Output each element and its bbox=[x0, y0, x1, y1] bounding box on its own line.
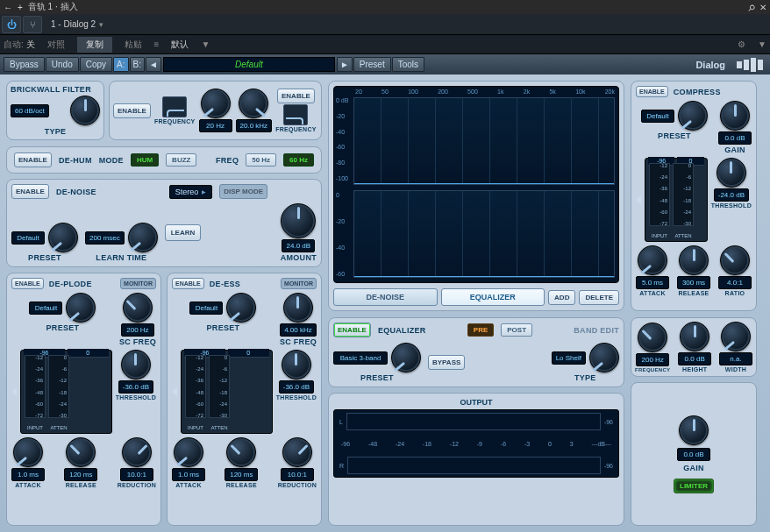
undo-button[interactable]: Undo bbox=[46, 57, 79, 72]
deess-scfreq-value[interactable]: 4.00 kHz bbox=[280, 323, 317, 337]
routing-button[interactable]: ⑂ bbox=[23, 16, 42, 33]
output-gain-knob[interactable] bbox=[679, 415, 709, 445]
deplode-attack-knob[interactable] bbox=[13, 437, 43, 467]
brickwall-type-knob[interactable] bbox=[70, 96, 100, 125]
deess-reduction-knob[interactable] bbox=[282, 437, 312, 467]
deplode-attack-value[interactable]: 1.0 ms bbox=[11, 468, 45, 481]
compress-preset-value[interactable]: Default bbox=[641, 110, 674, 123]
compress-attack-value[interactable]: 5.0 ms bbox=[636, 276, 669, 289]
tools-button[interactable]: Tools bbox=[392, 57, 424, 72]
compress-gain-value[interactable]: 0.0 dB bbox=[718, 131, 752, 145]
denoise-amount-value[interactable]: 24.0 dB bbox=[282, 239, 315, 252]
brickwall-lp-enable[interactable]: ENABLE bbox=[277, 89, 315, 103]
brickwall-hp-enable[interactable]: ENABLE bbox=[113, 103, 151, 118]
copy-preset-button[interactable]: Copy bbox=[80, 57, 112, 72]
compress-gain-knob[interactable] bbox=[720, 101, 750, 131]
band-delete-button[interactable]: DELETE bbox=[579, 290, 619, 305]
deess-thresh-value[interactable]: -36.0 dB bbox=[279, 380, 314, 394]
eq-preset-knob[interactable] bbox=[391, 343, 421, 372]
compress-release-knob[interactable] bbox=[679, 245, 709, 275]
close-icon[interactable]: ✕ bbox=[759, 3, 766, 12]
default-preset[interactable]: 默认 bbox=[171, 39, 189, 51]
band-add-button[interactable]: ADD bbox=[548, 290, 575, 305]
deplode-scfreq-value[interactable]: 200 Hz bbox=[121, 323, 154, 337]
deess-thresh-knob[interactable] bbox=[282, 350, 311, 379]
deplode-enable[interactable]: ENABLE bbox=[11, 278, 44, 289]
eq-preset-value[interactable]: Basic 3-band bbox=[333, 351, 388, 365]
eq-bypass-button[interactable]: BYPASS bbox=[428, 355, 465, 370]
dehum-enable[interactable]: ENABLE bbox=[14, 153, 52, 167]
dehum-60hz-button[interactable]: 60 Hz bbox=[283, 153, 314, 167]
compress-attack-knob[interactable] bbox=[638, 245, 667, 275]
deplode-thresh-value[interactable]: -36.0 dB bbox=[118, 380, 153, 394]
deplode-reduction-knob[interactable] bbox=[122, 437, 152, 467]
graph-tab-equalizer[interactable]: EQUALIZER bbox=[441, 288, 545, 306]
deess-attack-value[interactable]: 1.0 ms bbox=[172, 468, 205, 481]
eq-height-knob[interactable] bbox=[680, 322, 709, 351]
eq-post-button[interactable]: POST bbox=[501, 323, 532, 337]
spectrum-display[interactable]: 20501002005001k2k5k10k20k 0 dB-20-40-60-… bbox=[333, 86, 619, 283]
preset-menu-button[interactable]: Preset bbox=[353, 57, 391, 72]
denoise-learn-button[interactable]: LEARN bbox=[165, 224, 202, 241]
deess-enable[interactable]: ENABLE bbox=[172, 278, 204, 289]
preset-prev-icon[interactable]: ◄ bbox=[146, 57, 161, 72]
eq-height-value[interactable]: 0.0 dB bbox=[678, 352, 711, 365]
hp-freq-value[interactable]: 20 Hz bbox=[199, 119, 232, 132]
graph-tab-denoise[interactable]: DE-NOISE bbox=[333, 288, 438, 306]
host-preset-select[interactable]: 1 - Dialog 2▼ bbox=[44, 19, 111, 29]
deplode-scfreq-knob[interactable] bbox=[123, 293, 153, 323]
bypass-button[interactable]: Bypass bbox=[4, 57, 45, 72]
deplode-release-value[interactable]: 120 ms bbox=[64, 468, 97, 481]
deplode-release-knob[interactable] bbox=[66, 437, 96, 467]
compress-thresh-value[interactable]: -24.0 dB bbox=[714, 188, 749, 202]
compress-release-value[interactable]: 300 ms bbox=[677, 276, 710, 289]
pin-icon[interactable]: ⚲ bbox=[745, 2, 757, 13]
deplode-preset-value[interactable]: Default bbox=[29, 301, 62, 315]
denoise-disp-button[interactable]: DISP MODE bbox=[219, 184, 267, 199]
compress-thresh-knob[interactable] bbox=[717, 158, 746, 188]
deplode-thresh-knob[interactable] bbox=[121, 350, 151, 379]
eq-width-value[interactable]: n.a. bbox=[719, 352, 752, 365]
compare-button[interactable]: 对照 bbox=[47, 39, 65, 51]
eq-type-value[interactable]: Lo Shelf bbox=[552, 351, 586, 365]
dehum-buzz-button[interactable]: BUZZ bbox=[166, 153, 196, 167]
brickwall-type-value[interactable]: 60 dB/oct bbox=[11, 104, 49, 117]
deess-preset-knob[interactable] bbox=[226, 293, 256, 323]
eq-enable[interactable]: ENABLE bbox=[333, 323, 371, 337]
limiter-button[interactable]: LIMITER bbox=[674, 479, 714, 493]
automation-off[interactable]: 关 bbox=[26, 39, 35, 49]
output-gain-value[interactable]: 0.0 dB bbox=[677, 448, 710, 461]
back-icon[interactable]: ← bbox=[4, 3, 12, 12]
hp-freq-knob[interactable] bbox=[201, 89, 231, 118]
deess-reduction-value[interactable]: 10.0:1 bbox=[281, 468, 314, 481]
deplode-preset-knob[interactable] bbox=[66, 293, 96, 323]
compress-enable[interactable]: ENABLE bbox=[636, 86, 668, 97]
eq-freq-value[interactable]: 200 Hz bbox=[636, 353, 669, 366]
power-button[interactable]: ⏻ bbox=[2, 16, 21, 33]
compress-ratio-value[interactable]: 4.0:1 bbox=[718, 276, 752, 289]
dehum-50hz-button[interactable]: 50 Hz bbox=[246, 153, 276, 167]
paste-button[interactable]: 粘贴 bbox=[125, 39, 142, 51]
slot-a-button[interactable]: A: bbox=[113, 57, 128, 72]
menu-icon[interactable]: ≡ bbox=[154, 39, 160, 49]
preset-display[interactable]: Default bbox=[163, 57, 335, 72]
eq-freq-knob[interactable] bbox=[638, 323, 667, 352]
gear-icon[interactable]: ⚙ bbox=[738, 39, 745, 49]
eq-width-knob[interactable] bbox=[721, 322, 751, 351]
deess-monitor[interactable]: MONITOR bbox=[281, 278, 317, 289]
deess-release-value[interactable]: 120 ms bbox=[225, 468, 258, 481]
eq-pre-button[interactable]: PRE bbox=[467, 323, 494, 337]
lp-freq-value[interactable]: 20.0 kHz bbox=[236, 119, 273, 132]
deess-scfreq-knob[interactable] bbox=[283, 293, 313, 323]
denoise-amount-knob[interactable] bbox=[281, 203, 316, 238]
deplode-reduction-value[interactable]: 10.0:1 bbox=[120, 468, 153, 481]
eq-type-knob[interactable] bbox=[589, 343, 619, 372]
denoise-learn-knob[interactable] bbox=[128, 223, 158, 252]
slot-b-button[interactable]: B: bbox=[130, 57, 145, 72]
denoise-learn-value[interactable]: 200 msec bbox=[85, 231, 125, 245]
lp-freq-knob[interactable] bbox=[239, 89, 268, 118]
deplode-monitor[interactable]: MONITOR bbox=[120, 278, 156, 289]
denoise-preset-value[interactable]: Default bbox=[11, 231, 45, 245]
compress-ratio-knob[interactable] bbox=[720, 245, 750, 275]
denoise-preset-knob[interactable] bbox=[48, 223, 78, 252]
